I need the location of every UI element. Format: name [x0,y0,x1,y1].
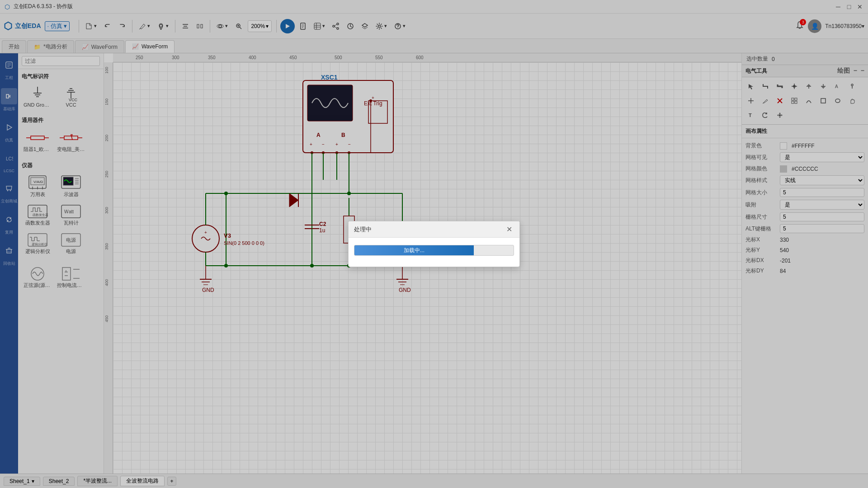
progress-bar: 加载中... [354,245,474,255]
dialog-header: 处理中 ✕ [349,221,519,238]
loading-dialog: 处理中 ✕ 加载中... [348,221,520,267]
progress-container: 加载中... [354,245,514,256]
dialog-overlay: 处理中 ✕ 加载中... [0,0,868,488]
dialog-close-button[interactable]: ✕ [505,225,514,234]
dialog-title: 处理中 [354,225,372,234]
progress-label: 加载中... [404,247,425,254]
dialog-body: 加载中... [349,238,519,267]
